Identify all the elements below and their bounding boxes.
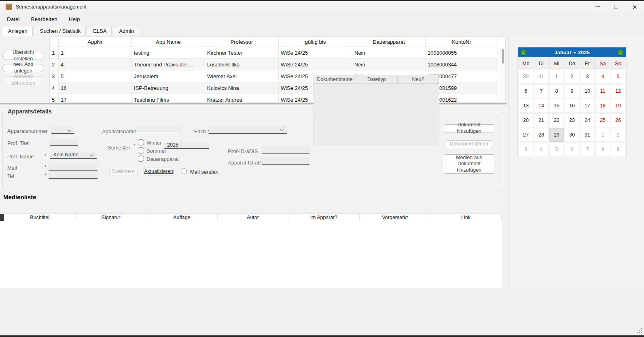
table-row[interactable]: 11testingKirchner TesterWiSe 24/25Nein10…: [50, 47, 505, 59]
speichern-button[interactable]: Speichern: [109, 168, 138, 175]
calendar-day[interactable]: 12: [611, 84, 625, 98]
apps-table-scrollbar[interactable]: [500, 47, 505, 102]
calendar-day[interactable]: 3: [519, 143, 533, 156]
calendar-day[interactable]: 9: [611, 143, 625, 156]
calendar-day[interactable]: 4: [595, 70, 610, 83]
column-header[interactable]: App Name: [132, 37, 205, 47]
media-column-header[interactable]: Buchtitel: [4, 214, 76, 221]
calendar-day[interactable]: 2: [565, 70, 579, 83]
calendar-day[interactable]: 11: [595, 84, 610, 98]
table-cell: WiSe 24/25: [279, 59, 352, 70]
media-column-header[interactable]: Auflage: [146, 214, 218, 221]
calendar-day[interactable]: 5: [549, 143, 564, 156]
prof-id-adis-input[interactable]: [262, 146, 309, 154]
minimize-button[interactable]: [588, 1, 607, 13]
aktualisieren-button[interactable]: Aktualisieren: [144, 168, 174, 175]
mail-input[interactable]: [49, 163, 97, 171]
column-header[interactable]: KontoNr: [426, 37, 498, 47]
close-button[interactable]: ✕: [625, 1, 644, 13]
tab-elsa[interactable]: ELSA: [88, 26, 112, 36]
calendar-next-button[interactable]: →: [617, 49, 624, 55]
column-header[interactable]: Professor: [205, 37, 279, 47]
calendar-day[interactable]: 23: [565, 113, 579, 127]
calendar-day[interactable]: 14: [534, 99, 549, 113]
calendar-day[interactable]: 7: [534, 84, 549, 98]
neu-app-anlegen-button[interactable]: neu. App anlegen: [2, 64, 44, 72]
calendar-day[interactable]: 27: [519, 128, 533, 142]
media-column-header[interactable]: Autor: [218, 214, 289, 221]
apparatsnummer-combo[interactable]: [51, 127, 74, 134]
calendar-day[interactable]: 5: [611, 70, 625, 83]
media-column-header[interactable]: im Apparat?: [288, 214, 360, 221]
calendar-day[interactable]: 10: [580, 84, 595, 98]
calendar-day[interactable]: 30: [519, 70, 533, 83]
calendar-month[interactable]: Januar: [554, 49, 572, 55]
calendar-day[interactable]: 4: [534, 143, 549, 156]
media-column-header[interactable]: Signatur: [76, 214, 147, 221]
calendar-day[interactable]: 9: [565, 84, 579, 98]
calendar-day[interactable]: 7: [580, 143, 595, 156]
dokument-oeffnen-button[interactable]: Dokument öffnen: [446, 140, 492, 148]
dauerapparat-radio[interactable]: [138, 156, 144, 162]
calendar-day[interactable]: 6: [519, 84, 533, 98]
table-cell: Wiemer Axel: [205, 70, 279, 82]
column-header[interactable]: Dauerapparat: [352, 37, 426, 47]
dokument-hinzufuegen-button[interactable]: Dokument hinzufügen: [444, 124, 494, 132]
fach-combo[interactable]: [209, 126, 287, 134]
table-cell: 4: [59, 59, 132, 70]
calendar-day[interactable]: 31: [580, 128, 595, 142]
calendar-day[interactable]: 1: [549, 70, 564, 83]
calendar-day[interactable]: 6: [565, 143, 579, 156]
calendar-day[interactable]: 21: [534, 113, 549, 127]
calendar-day[interactable]: 16: [565, 99, 579, 113]
sommer-radio[interactable]: [138, 147, 144, 154]
mail-senden-checkbox[interactable]: [181, 168, 187, 174]
table-row[interactable]: 24Theorie und Praxis der ...Lüsebrink Il…: [50, 59, 505, 70]
apparatsname-input[interactable]: [136, 126, 181, 133]
calendar-day[interactable]: 17: [580, 99, 595, 113]
column-header[interactable]: gültig bis: [279, 37, 352, 47]
uebersicht-erstellen-button[interactable]: Übersicht erstellen: [2, 52, 44, 60]
winter-radio[interactable]: [138, 139, 144, 145]
calendar-day[interactable]: 25: [595, 113, 610, 127]
calendar-day[interactable]: 30: [565, 128, 579, 142]
resize-grip-icon[interactable]: [637, 328, 642, 333]
media-column-header[interactable]: Vorgemerkt: [360, 214, 431, 221]
scrollbar-thumb[interactable]: [502, 49, 504, 64]
calendar-day[interactable]: 2: [611, 128, 625, 142]
menu-bearbeiten[interactable]: Bearbeiten: [25, 14, 63, 24]
calendar-day[interactable]: 22: [549, 113, 564, 127]
apparat-id-adis-input[interactable]: [262, 157, 309, 165]
menu-help[interactable]: Help: [63, 14, 86, 24]
calendar-day[interactable]: 13: [519, 99, 533, 113]
column-header[interactable]: AppNr: [59, 37, 132, 47]
medien-aus-dokument-button[interactable]: Medien aus Dokument hinzufügen: [444, 154, 494, 174]
tel-input[interactable]: [49, 171, 97, 179]
calendar-day[interactable]: 15: [549, 99, 564, 113]
calendar-day[interactable]: 1: [595, 128, 610, 142]
prof-name-combo[interactable]: Kein Name: [50, 151, 97, 159]
tab-anlegen[interactable]: Anlegen: [3, 26, 33, 36]
jahr-input[interactable]: 2025: [164, 142, 209, 149]
tab-admin[interactable]: Admin: [114, 26, 139, 36]
maximize-button[interactable]: [607, 1, 625, 13]
media-column-header[interactable]: Link: [430, 214, 502, 221]
calendar-year[interactable]: 2025: [578, 49, 590, 55]
calendar-day[interactable]: 8: [549, 84, 564, 98]
calendar-day[interactable]: 18: [595, 99, 610, 113]
calendar-day[interactable]: 31: [534, 70, 549, 83]
auswahl-abbrechen-button[interactable]: Auswahl abbrechen: [2, 76, 44, 84]
calendar-prev-button[interactable]: ←: [520, 49, 527, 55]
calendar-day[interactable]: 3: [580, 70, 595, 83]
calendar-day[interactable]: 26: [611, 113, 625, 127]
calendar-day[interactable]: 8: [595, 143, 610, 156]
prof-titel-input[interactable]: [50, 138, 78, 146]
tab-suchen-statistik[interactable]: Suchen / Statistik: [35, 26, 86, 36]
menu-datei[interactable]: Datei: [1, 14, 25, 24]
calendar-day[interactable]: 20: [519, 113, 533, 127]
calendar-day[interactable]: 28: [534, 128, 549, 142]
table-cell: Lüsebrink Ilka: [205, 59, 279, 70]
calendar-day[interactable]: 29: [549, 128, 564, 142]
calendar-day[interactable]: 24: [580, 113, 595, 127]
calendar-day[interactable]: 19: [611, 99, 625, 113]
